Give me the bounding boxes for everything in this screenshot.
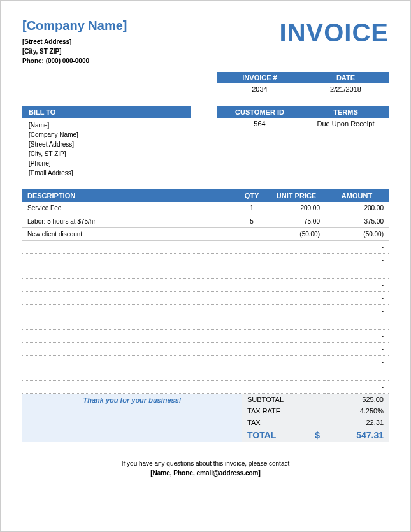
cell-description (22, 329, 236, 342)
cell-description (22, 342, 236, 355)
totals-section: SUBTOTAL 525.00 TAX RATE 4.250% TAX 22.3… (242, 394, 389, 442)
table-row: - (22, 368, 389, 380)
table-row: - (22, 278, 389, 291)
billto-city: [City, ST ZIP] (29, 149, 185, 159)
cell-description (22, 368, 236, 380)
cell-unit-price (268, 240, 325, 253)
footer: If you have any questions about this inv… (22, 459, 389, 478)
cell-description: Service Fee (22, 202, 236, 215)
cell-amount: - (325, 266, 389, 278)
table-row: - (22, 355, 389, 368)
cell-qty (236, 240, 268, 253)
customer-id-label: CUSTOMER ID (217, 106, 303, 118)
invoice-meta-bottom: CUSTOMER ID TERMS 564 Due Upon Receipt (217, 106, 389, 180)
cell-qty (236, 342, 268, 355)
table-row: - (22, 266, 389, 278)
table-row: - (22, 291, 389, 304)
table-row: - (22, 304, 389, 317)
col-description: DESCRIPTION (22, 189, 236, 202)
cell-qty (236, 278, 268, 291)
cell-unit-price (268, 355, 325, 368)
cell-qty (236, 355, 268, 368)
total-value: 547.31 (339, 430, 384, 440)
cell-unit-price (268, 368, 325, 380)
cell-description (22, 380, 236, 393)
table-row: - (22, 329, 389, 342)
invoice-num: 2034 (217, 83, 303, 95)
cell-amount: - (325, 355, 389, 368)
invoice-title: INVOICE (280, 18, 389, 47)
col-amount: AMOUNT (325, 189, 389, 202)
taxrate-label: TAX RATE (247, 407, 320, 415)
billto-company: [Company Name] (29, 130, 185, 140)
terms: Due Upon Receipt (303, 118, 389, 129)
cell-amount: - (325, 304, 389, 317)
cell-amount: - (325, 380, 389, 393)
cell-unit-price (268, 329, 325, 342)
cell-description (22, 317, 236, 329)
billto-phone: [Phone] (29, 159, 185, 168)
cell-qty (236, 227, 268, 240)
cell-unit-price (268, 304, 325, 317)
company-street: [Street Address] (22, 37, 127, 47)
table-row: Labor: 5 hours at $75/hr575.00375.00 (22, 215, 389, 227)
cell-description (22, 355, 236, 368)
table-row: - (22, 342, 389, 355)
cell-qty (236, 368, 268, 380)
billto-email: [Email Address] (29, 168, 185, 178)
table-row: - (22, 240, 389, 253)
cell-amount: - (325, 317, 389, 329)
taxrate-value: 4.250% (320, 407, 384, 415)
bill-to-section: BILL TO [Name] [Company Name] [Street Ad… (22, 106, 191, 180)
cell-qty (236, 329, 268, 342)
company-city: [City, ST ZIP] (22, 47, 127, 56)
invoice-date: 2/21/2018 (303, 83, 389, 95)
cell-description (22, 253, 236, 266)
cell-amount: - (325, 368, 389, 380)
terms-label: TERMS (303, 106, 389, 118)
currency-symbol: $ (315, 430, 339, 440)
company-name: [Company Name] (22, 18, 127, 33)
tax-label: TAX (247, 419, 320, 426)
col-unit-price: UNIT PRICE (268, 189, 325, 202)
subtotal-label: SUBTOTAL (247, 396, 320, 403)
invoice-meta-top: INVOICE # DATE 2034 2/21/2018 (217, 72, 389, 95)
cell-description: Labor: 5 hours at $75/hr (22, 215, 236, 227)
cell-amount: - (325, 278, 389, 291)
date-label: DATE (303, 72, 389, 83)
cell-description (22, 240, 236, 253)
footer-line1: If you have any questions about this inv… (22, 459, 389, 468)
cell-description (22, 266, 236, 278)
cell-amount: 375.00 (325, 215, 389, 227)
cell-description: New client discount (22, 227, 236, 240)
cell-unit-price: 200.00 (268, 202, 325, 215)
cell-description (22, 304, 236, 317)
cell-unit-price (268, 342, 325, 355)
cell-qty (236, 266, 268, 278)
cell-amount: (50.00) (325, 227, 389, 240)
table-row: - (22, 253, 389, 266)
cell-amount: - (325, 253, 389, 266)
tax-value: 22.31 (320, 419, 384, 426)
col-qty: QTY (236, 189, 268, 202)
billto-name: [Name] (29, 120, 185, 130)
bill-to-header: BILL TO (22, 106, 191, 118)
subtotal-value: 525.00 (320, 396, 384, 403)
cell-description (22, 291, 236, 304)
cell-unit-price (268, 253, 325, 266)
cell-amount: 200.00 (325, 202, 389, 215)
cell-unit-price (268, 317, 325, 329)
total-label: TOTAL (247, 430, 315, 440)
cell-unit-price (268, 266, 325, 278)
cell-description (22, 278, 236, 291)
cell-amount: - (325, 342, 389, 355)
company-phone: Phone: (000) 000-0000 (22, 56, 127, 66)
line-items-table: DESCRIPTION QTY UNIT PRICE AMOUNT Servic… (22, 189, 389, 394)
cell-unit-price: 75.00 (268, 215, 325, 227)
table-row: - (22, 380, 389, 393)
table-row: - (22, 317, 389, 329)
cell-amount: - (325, 240, 389, 253)
customer-id: 564 (217, 118, 303, 129)
thank-you-message: Thank you for your business! (27, 396, 237, 404)
cell-qty: 5 (236, 215, 268, 227)
